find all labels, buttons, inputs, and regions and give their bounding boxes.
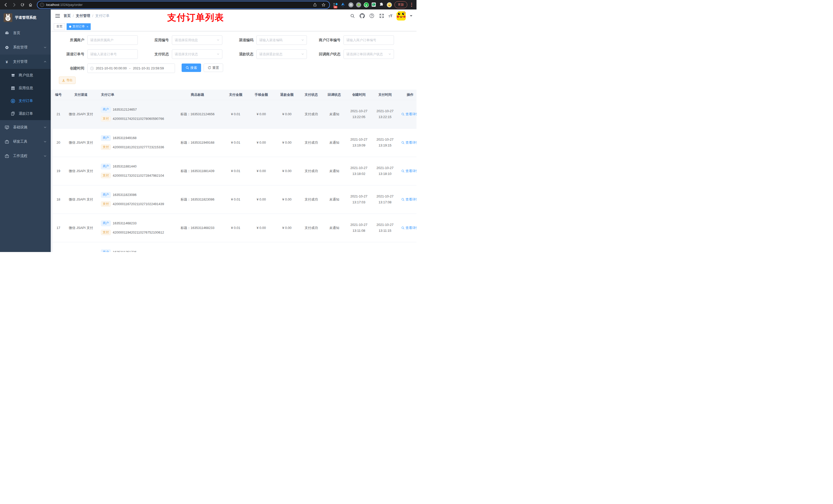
gear-icon <box>5 45 9 50</box>
channel-order-no-input[interactable] <box>90 52 135 56</box>
create-time-range-picker[interactable]: 2021-10-01 00:00:00 - 2021-10-31 23:59:5… <box>87 64 175 73</box>
reload-icon[interactable] <box>19 2 26 8</box>
site-info-icon[interactable]: i <box>40 3 44 7</box>
browser-menu-icon[interactable] <box>410 2 413 7</box>
sidebar-item-label: 商户信息 <box>19 73 33 78</box>
merchant-order-no-input[interactable] <box>346 38 391 42</box>
chevron-up-icon <box>44 60 47 63</box>
toolbox-icon <box>5 154 9 158</box>
sidebar-item-refund-order[interactable]: 退款订单 <box>0 107 51 120</box>
view-detail-link[interactable]: 查看详情 <box>401 112 416 117</box>
view-detail-link[interactable]: 查看详情 <box>401 140 416 145</box>
extensions-puzzle-icon[interactable] <box>379 2 384 7</box>
search-button[interactable]: 搜索 <box>182 64 201 72</box>
merchant-tag: 商户 <box>101 164 111 169</box>
chevron-down-icon <box>44 154 47 158</box>
share-icon[interactable] <box>311 2 318 8</box>
breadcrumb-current: 支付订单 <box>95 14 110 18</box>
sidebar-item-payment[interactable]: ¥ 支付管理 <box>0 54 51 69</box>
address-bar[interactable]: i localhost:1024/pay/order <box>38 1 329 8</box>
filter-label: 商户订单编号 <box>307 38 343 43</box>
page-annotation: 支付订单列表 <box>167 11 224 24</box>
merchant-order-no-field[interactable] <box>343 35 394 45</box>
orders-table: 编号 支付渠道 支付订单 商品标题 支付金额 手续金额 退款金额 支付状态 回调… <box>53 90 416 252</box>
app-id-select[interactable]: 请选择应用信息 <box>172 35 222 45</box>
breadcrumb-home[interactable]: 首页 <box>64 14 71 18</box>
search-icon[interactable] <box>350 13 355 19</box>
channel-code-select[interactable]: 请输入渠道编码 <box>256 35 307 45</box>
pay-status-select[interactable]: 请选择支付状态 <box>172 49 222 59</box>
sidebar-item-workflow[interactable]: 工作流程 <box>0 149 51 163</box>
table-row: 17 微信 JSAPI 支付 商户1635311468233 支付4200001… <box>53 214 416 242</box>
tag-close-icon[interactable]: × <box>87 25 88 28</box>
extension-command-icon[interactable]: ⌘ <box>348 2 354 7</box>
filter-label: 回调商户状态 <box>307 52 343 56</box>
extension-tasks-icon[interactable]: 10 <box>333 2 338 7</box>
tag-pay-order[interactable]: 支付订单 × <box>67 23 91 30</box>
export-button[interactable]: 导出 <box>59 77 76 84</box>
merchant-select[interactable] <box>87 35 138 45</box>
forward-icon[interactable] <box>11 2 18 8</box>
sidebar-item-label: 基础设施 <box>13 125 27 129</box>
sidebar-item-dev-tools[interactable]: 研发工具 <box>0 135 51 149</box>
sidebar-item-label: 系统管理 <box>13 45 27 50</box>
merchant-tag: 商户 <box>101 249 111 252</box>
active-dot <box>69 26 71 28</box>
sidebar-item-label: 首页 <box>13 31 20 35</box>
tag-home[interactable]: 首页 <box>54 23 65 30</box>
merchant-tag: 商户 <box>101 192 111 198</box>
extension-dot-icon[interactable] <box>356 2 361 7</box>
col-order: 支付订单 <box>98 90 172 100</box>
pay-tag: 支付 <box>101 116 111 122</box>
sidebar-item-app-info[interactable]: 应用信息 <box>0 82 51 95</box>
filter-label: 创建时间 <box>53 66 87 71</box>
view-detail-link[interactable]: 查看详情 <box>401 225 416 230</box>
fullscreen-icon[interactable] <box>379 13 384 19</box>
table-row: 21 微信 JSAPI 支付 商户1635312124657 支付4200001… <box>53 100 416 128</box>
filter-row-2: 渠道订单号 支付状态 请选择支付状态 退款状态 请选择退款状态 回调商户状态 请… <box>51 49 416 59</box>
notify-status-select[interactable]: 请选择订单回调商户状态 <box>343 49 394 59</box>
back-icon[interactable] <box>3 2 9 8</box>
chevron-down-icon <box>44 140 47 143</box>
refund-status-select[interactable]: 请选择退款状态 <box>256 49 307 59</box>
user-avatar[interactable] <box>397 11 406 21</box>
breadcrumb-separator: / <box>73 14 74 18</box>
extension-y-icon[interactable]: y <box>364 2 369 7</box>
github-icon[interactable] <box>359 13 365 19</box>
extension-kite-icon[interactable] <box>341 2 346 7</box>
merchant-input[interactable] <box>90 38 135 42</box>
extension-chat-icon[interactable] <box>372 2 377 7</box>
filter-label: 应用编号 <box>138 38 172 43</box>
font-size-icon[interactable]: TT <box>388 14 392 18</box>
view-detail-link[interactable]: 查看详情 <box>401 169 416 173</box>
breadcrumb: 首页 / 支付管理 / 支付订单 <box>64 14 110 18</box>
sidebar-item-home[interactable]: 首页 <box>0 26 51 40</box>
sidebar-item-system[interactable]: 系统管理 <box>0 40 51 54</box>
top-navbar: 首页 / 支付管理 / 支付订单 支付订单列表 <box>51 9 416 22</box>
chevron-down-icon <box>301 53 304 55</box>
filter-label: 渠道订单号 <box>53 52 87 56</box>
chevron-down-icon <box>388 53 391 55</box>
merchant-tag: 商户 <box>101 135 111 141</box>
caret-down-icon[interactable] <box>410 15 412 17</box>
bookmark-star-icon[interactable] <box>320 2 327 8</box>
app-logo[interactable]: 芋道管理系统 <box>0 9 51 26</box>
channel-order-no-field[interactable] <box>87 49 138 59</box>
help-icon[interactable] <box>369 13 375 19</box>
chrome-update-button[interactable]: 更新 <box>395 1 407 8</box>
breadcrumb-payment[interactable]: 支付管理 <box>76 14 90 18</box>
sidebar-item-label: 退款订单 <box>19 112 33 116</box>
table-row-partial: 商户1635311251736 <box>53 242 416 252</box>
view-detail-link[interactable]: 查看详情 <box>401 197 416 202</box>
reset-button[interactable]: 重置 <box>204 64 223 72</box>
browser-toolbar: i localhost:1024/pay/order 10 ⌘ y <box>0 0 416 9</box>
sidebar-collapse-icon[interactable] <box>53 11 62 20</box>
sidebar-item-infrastructure[interactable]: 基础设施 <box>0 120 51 135</box>
profile-emoji-icon[interactable] <box>387 2 392 7</box>
home-icon[interactable] <box>27 2 34 8</box>
sidebar-item-label: 支付订单 <box>19 99 33 103</box>
sidebar-item-pay-order[interactable]: 支付订单 <box>0 95 51 107</box>
sidebar-item-label: 应用信息 <box>19 86 33 90</box>
sidebar-item-merchant-info[interactable]: 商户信息 <box>0 69 51 82</box>
chevron-down-icon <box>301 39 304 42</box>
